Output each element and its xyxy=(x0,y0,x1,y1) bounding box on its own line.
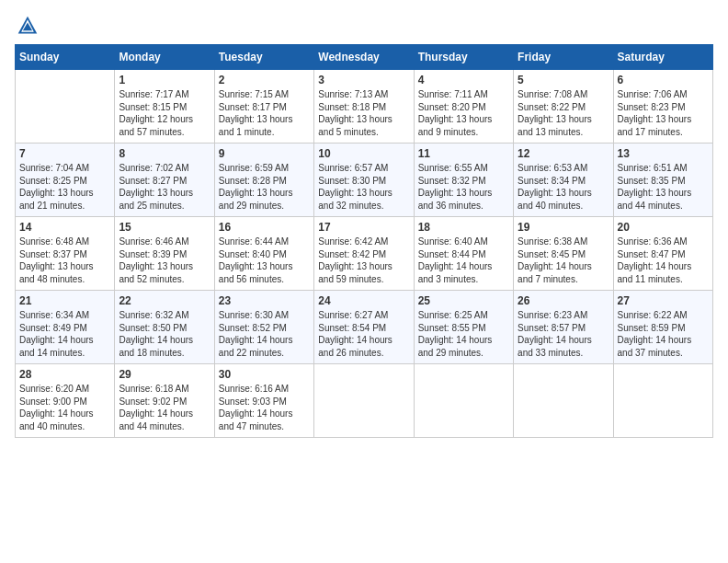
calendar-cell xyxy=(16,70,115,144)
calendar-cell: 26Sunrise: 6:23 AMSunset: 8:57 PMDayligh… xyxy=(514,291,613,364)
day-info: Sunrise: 6:48 AMSunset: 8:37 PMDaylight:… xyxy=(19,236,110,285)
day-info: Sunrise: 6:18 AMSunset: 9:02 PMDaylight:… xyxy=(119,383,210,432)
day-info: Sunrise: 6:51 AMSunset: 8:35 PMDaylight:… xyxy=(618,162,709,212)
day-info: Sunrise: 7:11 AMSunset: 8:20 PMDaylight:… xyxy=(418,88,509,138)
day-info: Sunrise: 6:27 AMSunset: 8:54 PMDaylight:… xyxy=(318,309,409,359)
day-info: Sunrise: 6:55 AMSunset: 8:32 PMDaylight:… xyxy=(418,162,509,212)
calendar-cell: 27Sunrise: 6:22 AMSunset: 8:59 PMDayligh… xyxy=(613,291,712,364)
day-number: 11 xyxy=(418,147,509,160)
header-monday: Monday xyxy=(115,45,214,70)
header-sunday: Sunday xyxy=(16,45,115,70)
calendar-cell: 21Sunrise: 6:34 AMSunset: 8:49 PMDayligh… xyxy=(16,291,115,364)
day-info: Sunrise: 7:04 AMSunset: 8:25 PMDaylight:… xyxy=(19,162,110,212)
day-number: 29 xyxy=(119,368,210,381)
day-number: 5 xyxy=(518,74,609,86)
day-number: 22 xyxy=(119,294,210,307)
day-number: 14 xyxy=(19,221,110,234)
day-number: 9 xyxy=(219,147,310,160)
calendar-cell: 9Sunrise: 6:59 AMSunset: 8:28 PMDaylight… xyxy=(214,144,313,217)
day-info: Sunrise: 6:32 AMSunset: 8:50 PMDaylight:… xyxy=(119,309,210,359)
calendar-cell: 12Sunrise: 6:53 AMSunset: 8:34 PMDayligh… xyxy=(514,144,613,217)
calendar-cell: 18Sunrise: 6:40 AMSunset: 8:44 PMDayligh… xyxy=(414,217,513,291)
day-number: 12 xyxy=(518,147,609,160)
day-number: 6 xyxy=(618,74,709,86)
calendar-week-row: 28Sunrise: 6:20 AMSunset: 9:00 PMDayligh… xyxy=(16,364,713,438)
calendar-cell xyxy=(613,364,712,438)
calendar-cell: 24Sunrise: 6:27 AMSunset: 8:54 PMDayligh… xyxy=(314,291,414,364)
calendar-cell: 10Sunrise: 6:57 AMSunset: 8:30 PMDayligh… xyxy=(314,144,414,217)
day-info: Sunrise: 7:06 AMSunset: 8:23 PMDaylight:… xyxy=(618,88,709,138)
day-info: Sunrise: 6:22 AMSunset: 8:59 PMDaylight:… xyxy=(618,309,709,359)
day-number: 18 xyxy=(418,221,509,234)
calendar-cell: 7Sunrise: 7:04 AMSunset: 8:25 PMDaylight… xyxy=(16,144,115,217)
day-number: 1 xyxy=(119,74,210,86)
calendar-week-row: 7Sunrise: 7:04 AMSunset: 8:25 PMDaylight… xyxy=(16,144,713,217)
day-number: 16 xyxy=(219,221,310,234)
header-tuesday: Tuesday xyxy=(214,45,313,70)
calendar-cell: 20Sunrise: 6:36 AMSunset: 8:47 PMDayligh… xyxy=(613,217,712,291)
day-number: 30 xyxy=(219,368,310,381)
day-number: 15 xyxy=(119,221,210,234)
calendar-cell xyxy=(514,364,613,438)
day-number: 20 xyxy=(618,221,709,234)
calendar-week-row: 14Sunrise: 6:48 AMSunset: 8:37 PMDayligh… xyxy=(16,217,713,291)
calendar-table: SundayMondayTuesdayWednesdayThursdayFrid… xyxy=(15,44,713,438)
day-info: Sunrise: 6:53 AMSunset: 8:34 PMDaylight:… xyxy=(518,162,609,212)
calendar-cell: 13Sunrise: 6:51 AMSunset: 8:35 PMDayligh… xyxy=(613,144,712,217)
day-number: 25 xyxy=(418,294,509,307)
day-number: 24 xyxy=(318,294,409,307)
calendar-cell: 8Sunrise: 7:02 AMSunset: 8:27 PMDaylight… xyxy=(115,144,214,217)
day-info: Sunrise: 7:08 AMSunset: 8:22 PMDaylight:… xyxy=(518,88,609,138)
day-info: Sunrise: 6:25 AMSunset: 8:55 PMDaylight:… xyxy=(418,309,509,359)
header-thursday: Thursday xyxy=(414,45,513,70)
page-header xyxy=(15,15,713,37)
day-number: 8 xyxy=(119,147,210,160)
day-number: 17 xyxy=(318,221,409,234)
calendar-cell: 17Sunrise: 6:42 AMSunset: 8:42 PMDayligh… xyxy=(314,217,414,291)
day-info: Sunrise: 7:15 AMSunset: 8:17 PMDaylight:… xyxy=(219,88,310,138)
day-number: 27 xyxy=(618,294,709,307)
day-info: Sunrise: 7:17 AMSunset: 8:15 PMDaylight:… xyxy=(119,88,210,138)
day-info: Sunrise: 6:57 AMSunset: 8:30 PMDaylight:… xyxy=(318,162,409,212)
day-info: Sunrise: 6:34 AMSunset: 8:49 PMDaylight:… xyxy=(19,309,110,359)
logo xyxy=(15,15,39,37)
day-info: Sunrise: 6:40 AMSunset: 8:44 PMDaylight:… xyxy=(418,236,509,285)
header-saturday: Saturday xyxy=(613,45,712,70)
calendar-cell xyxy=(414,364,513,438)
day-info: Sunrise: 6:42 AMSunset: 8:42 PMDaylight:… xyxy=(318,236,409,285)
logo-icon xyxy=(17,15,39,37)
calendar-cell: 16Sunrise: 6:44 AMSunset: 8:40 PMDayligh… xyxy=(214,217,313,291)
calendar-cell: 28Sunrise: 6:20 AMSunset: 9:00 PMDayligh… xyxy=(16,364,115,438)
day-info: Sunrise: 6:16 AMSunset: 9:03 PMDaylight:… xyxy=(219,383,310,432)
calendar-cell: 19Sunrise: 6:38 AMSunset: 8:45 PMDayligh… xyxy=(514,217,613,291)
calendar-cell: 25Sunrise: 6:25 AMSunset: 8:55 PMDayligh… xyxy=(414,291,513,364)
calendar-cell: 14Sunrise: 6:48 AMSunset: 8:37 PMDayligh… xyxy=(16,217,115,291)
calendar-header-row: SundayMondayTuesdayWednesdayThursdayFrid… xyxy=(16,45,713,70)
day-info: Sunrise: 7:02 AMSunset: 8:27 PMDaylight:… xyxy=(119,162,210,212)
day-number: 2 xyxy=(219,74,310,86)
calendar-cell xyxy=(314,364,414,438)
day-number: 13 xyxy=(618,147,709,160)
day-number: 7 xyxy=(19,147,110,160)
day-number: 23 xyxy=(219,294,310,307)
calendar-cell: 3Sunrise: 7:13 AMSunset: 8:18 PMDaylight… xyxy=(314,70,414,144)
calendar-cell: 6Sunrise: 7:06 AMSunset: 8:23 PMDaylight… xyxy=(613,70,712,144)
day-number: 26 xyxy=(518,294,609,307)
calendar-cell: 2Sunrise: 7:15 AMSunset: 8:17 PMDaylight… xyxy=(214,70,313,144)
calendar-cell: 15Sunrise: 6:46 AMSunset: 8:39 PMDayligh… xyxy=(115,217,214,291)
calendar-cell: 23Sunrise: 6:30 AMSunset: 8:52 PMDayligh… xyxy=(214,291,313,364)
calendar-cell: 22Sunrise: 6:32 AMSunset: 8:50 PMDayligh… xyxy=(115,291,214,364)
day-number: 19 xyxy=(518,221,609,234)
day-number: 10 xyxy=(318,147,409,160)
calendar-cell: 29Sunrise: 6:18 AMSunset: 9:02 PMDayligh… xyxy=(115,364,214,438)
day-info: Sunrise: 6:36 AMSunset: 8:47 PMDaylight:… xyxy=(618,236,709,285)
day-info: Sunrise: 6:30 AMSunset: 8:52 PMDaylight:… xyxy=(219,309,310,359)
calendar-cell: 30Sunrise: 6:16 AMSunset: 9:03 PMDayligh… xyxy=(214,364,313,438)
day-info: Sunrise: 6:59 AMSunset: 8:28 PMDaylight:… xyxy=(219,162,310,212)
calendar-cell: 11Sunrise: 6:55 AMSunset: 8:32 PMDayligh… xyxy=(414,144,513,217)
calendar-cell: 4Sunrise: 7:11 AMSunset: 8:20 PMDaylight… xyxy=(414,70,513,144)
header-wednesday: Wednesday xyxy=(314,45,414,70)
day-info: Sunrise: 6:44 AMSunset: 8:40 PMDaylight:… xyxy=(219,236,310,285)
day-number: 4 xyxy=(418,74,509,86)
day-info: Sunrise: 7:13 AMSunset: 8:18 PMDaylight:… xyxy=(318,88,409,138)
